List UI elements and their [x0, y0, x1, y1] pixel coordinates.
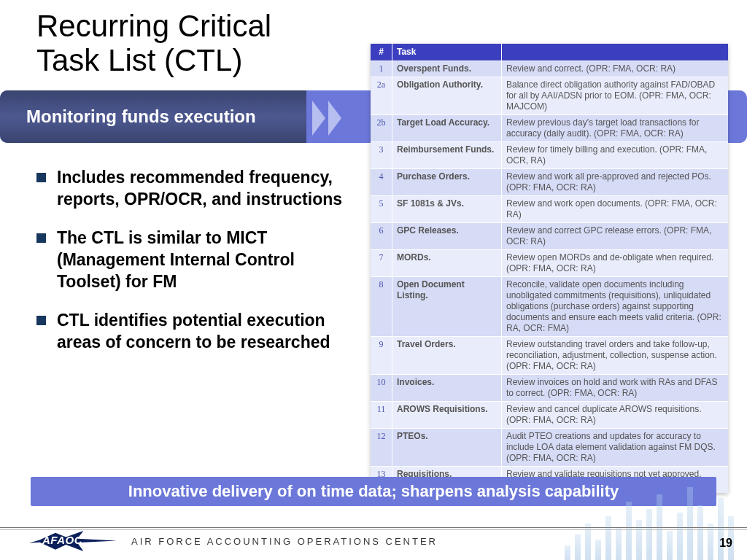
- table-row: 3Reimbursement Funds.Review for timely b…: [371, 141, 728, 168]
- tagline-banner: Innovative delivery of on time data; sha…: [31, 477, 716, 506]
- table-row: 2aObligation Authority.Balance direct ob…: [371, 77, 728, 114]
- cell-num: 10: [371, 375, 392, 401]
- cell-desc: Review and cancel duplicate AROWS requis…: [502, 402, 728, 428]
- table-row: 11AROWS Requisitions.Review and cancel d…: [371, 401, 728, 428]
- slide: Recurring CriticalTask List (CTL) Monito…: [0, 0, 747, 560]
- cell-task: Travel Orders.: [392, 337, 502, 374]
- cell-num: 12: [371, 429, 392, 466]
- afaoc-logo: AFAOC: [29, 525, 117, 554]
- cell-task: MORDs.: [392, 250, 502, 276]
- cell-num: 8: [371, 277, 392, 336]
- table-row: 12PTEOs.Audit PTEO creations and updates…: [371, 428, 728, 466]
- cell-task: Obligation Authority.: [392, 77, 502, 114]
- cell-task: Reimbursement Funds.: [392, 142, 502, 168]
- table-row: 7MORDs.Review open MORDs and de-obligate…: [371, 249, 728, 276]
- cell-desc: Review and work all pre-approved and rej…: [502, 169, 728, 195]
- cell-desc: Balance direct obligation authority agai…: [502, 77, 728, 114]
- footer: AFAOC AIR FORCE ACCOUNTING OPERATIONS CE…: [0, 518, 747, 560]
- cell-task: PTEOs.: [392, 429, 502, 466]
- cell-num: 6: [371, 223, 392, 249]
- cell-desc: Review outstanding travel orders and tak…: [502, 337, 728, 374]
- cell-desc: Review and correct. (OPR: FMA, OCR: RA): [502, 61, 728, 77]
- bullet-item: Includes recommended frequency, reports,…: [36, 166, 357, 211]
- cell-num: 1: [371, 61, 392, 77]
- subtitle: Monitoring funds execution: [0, 90, 306, 143]
- cell-task: Overspent Funds.: [392, 61, 502, 77]
- cell-num: 11: [371, 402, 392, 428]
- cell-desc: Review previous day's target load transa…: [502, 115, 728, 141]
- cell-task: Invoices.: [392, 375, 502, 401]
- table-row: 9Travel Orders.Review outstanding travel…: [371, 336, 728, 374]
- table-row: 5SF 1081s & JVs.Review and work open doc…: [371, 195, 728, 222]
- cell-num: 5: [371, 196, 392, 222]
- page-title: Recurring CriticalTask List (CTL): [36, 9, 271, 77]
- cell-desc: Review and work open documents. (OPR: FM…: [502, 196, 728, 222]
- cell-task: Purchase Orders.: [392, 169, 502, 195]
- table-row: 2bTarget Load Accuracy.Review previous d…: [371, 114, 728, 141]
- cell-desc: Audit PTEO creations and updates for acc…: [502, 429, 728, 466]
- cell-num: 2a: [371, 77, 392, 114]
- cell-desc: Review and correct GPC release errors. (…: [502, 223, 728, 249]
- col-header-task: Task: [392, 44, 502, 61]
- chevron-right-icon: [312, 101, 344, 136]
- page-number: 19: [719, 537, 732, 550]
- cell-task: AROWS Requisitions.: [392, 402, 502, 428]
- cell-num: 9: [371, 337, 392, 374]
- logo-text: AFAOC: [42, 534, 82, 546]
- table-row: 10Invoices.Review invoices on hold and w…: [371, 374, 728, 401]
- table-row: 1Overspent Funds.Review and correct. (OP…: [371, 61, 728, 77]
- cell-desc: Review open MORDs and de-obligate when r…: [502, 250, 728, 276]
- bullet-item: The CTL is similar to MICT (Management I…: [36, 227, 357, 293]
- col-header-num: #: [371, 44, 392, 61]
- bullet-item: CTL identifies potential execution areas…: [36, 309, 357, 354]
- table-row: 8Open Document Listing.Reconcile, valida…: [371, 276, 728, 336]
- table-row: 6GPC Releases.Review and correct GPC rel…: [371, 222, 728, 249]
- col-header-desc: [502, 44, 728, 61]
- cell-task: Target Load Accuracy.: [392, 115, 502, 141]
- task-table: # Task 1Overspent Funds.Review and corre…: [371, 44, 728, 493]
- cell-num: 2b: [371, 115, 392, 141]
- cell-task: GPC Releases.: [392, 223, 502, 249]
- table-body: 1Overspent Funds.Review and correct. (OP…: [371, 61, 728, 493]
- cell-num: 4: [371, 169, 392, 195]
- table-row: 4Purchase Orders.Review and work all pre…: [371, 168, 728, 195]
- table-header: # Task: [371, 44, 728, 61]
- cell-num: 3: [371, 142, 392, 168]
- cell-desc: Reconcile, validate open documents inclu…: [502, 277, 728, 336]
- cell-task: Open Document Listing.: [392, 277, 502, 336]
- bullet-list: Includes recommended frequency, reports,…: [36, 166, 357, 370]
- org-name: AIR FORCE ACCOUNTING OPERATIONS CENTER: [131, 536, 438, 547]
- cell-desc: Review invoices on hold and work with RA…: [502, 375, 728, 401]
- cell-desc: Review for timely billing and execution.…: [502, 142, 728, 168]
- cell-num: 7: [371, 250, 392, 276]
- cell-task: SF 1081s & JVs.: [392, 196, 502, 222]
